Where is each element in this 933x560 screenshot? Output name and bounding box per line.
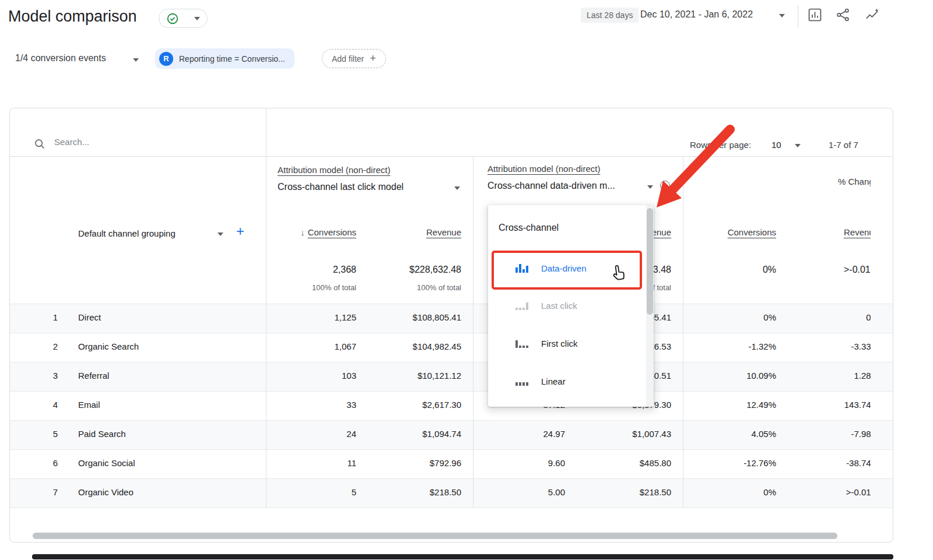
total-caption: 100% of total bbox=[345, 283, 461, 292]
dropdown-item-label: Data-driven bbox=[541, 263, 587, 273]
cell-revenue-a: $2,617.30 bbox=[345, 400, 461, 410]
ga-model-comparison-screen: Model comparison Last 28 days Dec 10, 20… bbox=[0, 0, 933, 560]
dropdown-item-linear[interactable]: Linear bbox=[488, 367, 639, 395]
page-title: Model comparison bbox=[8, 8, 137, 26]
info-icon[interactable]: i bbox=[660, 181, 670, 191]
filter-chip-avatar: R bbox=[159, 52, 173, 66]
total-caption: 100% of total bbox=[240, 283, 356, 292]
customize-report-button[interactable] bbox=[807, 7, 823, 23]
column-header-revenue-change[interactable]: Revenue bbox=[762, 227, 871, 237]
cell-revenue-a: $108,805.41 bbox=[345, 312, 461, 322]
dropdown-item-label: Last click bbox=[541, 301, 577, 311]
channel-name: Organic Social bbox=[78, 458, 135, 468]
date-range-picker[interactable]: Dec 10, 2021 - Jan 6, 2022 bbox=[640, 9, 753, 20]
horizontal-scrollbar[interactable] bbox=[33, 533, 837, 539]
first-click-bars-icon bbox=[515, 339, 528, 348]
search-icon bbox=[33, 138, 46, 150]
column-header-revenue-a[interactable]: Revenue bbox=[345, 227, 461, 237]
cell-revenue-a: $10,121.12 bbox=[345, 371, 461, 381]
cell-conversions-a: 1,067 bbox=[240, 341, 356, 351]
total-conversions-a: 2,368 bbox=[240, 265, 356, 275]
table-row: 7 Organic Video 5 $218.50 5.00 $218.50 0… bbox=[10, 478, 871, 508]
table-row: 6 Organic Social 11 $792.96 9.60 $485.80… bbox=[10, 449, 871, 478]
dimension-selector[interactable]: Default channel grouping bbox=[78, 228, 176, 238]
row-number: 5 bbox=[26, 429, 58, 439]
linear-bars-icon bbox=[515, 376, 528, 386]
column-header-conversions-a[interactable]: ↓Conversions bbox=[240, 227, 356, 237]
comparison-table-card: Rows per page: 10 1-7 of 7 Attribution m… bbox=[9, 108, 893, 543]
cell-conversions-a: 11 bbox=[240, 458, 356, 468]
cell-revenue-a: $792.96 bbox=[345, 458, 461, 468]
add-filter-label: Add filter bbox=[332, 54, 364, 64]
dropdown-item-last-click: Last click bbox=[488, 291, 639, 319]
plus-icon: + bbox=[370, 52, 376, 65]
rows-per-page-select[interactable]: 10 bbox=[771, 140, 781, 150]
row-number: 1 bbox=[26, 312, 58, 322]
cell-conversions-change: 4.05% bbox=[660, 429, 776, 439]
filter-chip-label: Reporting time = Conversio... bbox=[179, 54, 285, 64]
channel-name: Organic Search bbox=[78, 341, 139, 351]
active-filter-chip[interactable]: R Reporting time = Conversio... bbox=[155, 48, 294, 69]
cell-revenue-change: -7.98% bbox=[762, 429, 871, 439]
insights-button[interactable] bbox=[864, 7, 880, 23]
model2-group-label: Attribution model (non-direct) bbox=[487, 164, 600, 174]
model1-chevron-icon[interactable] bbox=[454, 186, 460, 190]
cell-revenue-change: -3.33% bbox=[762, 341, 871, 351]
share-button[interactable] bbox=[835, 7, 851, 23]
dropdown-section-label: Cross-channel bbox=[499, 223, 559, 233]
rows-per-page-chevron-icon[interactable] bbox=[795, 144, 801, 147]
conversion-events-chevron-icon[interactable] bbox=[133, 58, 139, 62]
row-number: 6 bbox=[26, 458, 58, 468]
model1-group-label: Attribution model (non-direct) bbox=[278, 165, 390, 175]
channel-name: Email bbox=[78, 400, 100, 410]
model1-selector[interactable]: Cross-channel last click model bbox=[278, 182, 404, 192]
conversion-events-selector[interactable]: 1/4 conversion events bbox=[15, 53, 106, 64]
header-divider bbox=[798, 5, 798, 27]
cell-conversions-a: 5 bbox=[240, 487, 356, 497]
cell-conversions-a: 24 bbox=[240, 429, 356, 439]
dropdown-item-first-click[interactable]: First click bbox=[488, 329, 639, 357]
channel-name: Referral bbox=[78, 371, 109, 381]
cell-revenue-a: $104,982.45 bbox=[345, 341, 461, 351]
report-status-selector[interactable] bbox=[159, 9, 208, 28]
dimension-chevron-icon[interactable] bbox=[218, 233, 223, 236]
cell-revenue-change: 1.28% bbox=[762, 371, 871, 381]
cell-conversions-change: -1.32% bbox=[660, 341, 776, 351]
attribution-model-dropdown: Cross-channel Data-driven Last click Fir… bbox=[488, 205, 654, 407]
cell-conversions-b: 5.00 bbox=[448, 487, 565, 497]
pagination-range: 1-7 of 7 bbox=[829, 140, 858, 150]
search-input[interactable] bbox=[53, 136, 225, 147]
dropdown-item-label: Linear bbox=[541, 376, 566, 386]
add-filter-button[interactable]: Add filter + bbox=[322, 49, 386, 68]
chevron-down-icon bbox=[194, 17, 200, 20]
table-row: 4 Email 33 $2,617.30 37.12 $6,379.30 12.… bbox=[10, 391, 871, 420]
dropdown-item-label: First click bbox=[541, 339, 578, 348]
model2-chevron-icon[interactable] bbox=[647, 185, 653, 189]
cell-conversions-change: 10.09% bbox=[660, 371, 776, 381]
row-number: 2 bbox=[26, 341, 58, 351]
date-chevron-down-icon[interactable] bbox=[779, 14, 785, 17]
cell-conversions-a: 33 bbox=[240, 400, 356, 410]
cell-conversions-a: 103 bbox=[240, 371, 356, 381]
column-header-conversions-change[interactable]: Conversions bbox=[660, 227, 776, 237]
page-scrollbar[interactable] bbox=[32, 554, 893, 559]
share-icon bbox=[835, 7, 851, 23]
cell-revenue-change: >-0.01% bbox=[762, 487, 871, 497]
table-row: 1 Direct 1,125 $108,805.41 1,125.00 $108… bbox=[10, 304, 871, 333]
last-click-bars-icon bbox=[515, 301, 528, 310]
row-number: 7 bbox=[26, 487, 58, 497]
cell-revenue-b: $1,007.43 bbox=[555, 429, 671, 439]
model2-selector[interactable]: Cross-channel data-driven m... bbox=[487, 181, 615, 191]
table-viewport: Rows per page: 10 1-7 of 7 Attribution m… bbox=[10, 108, 871, 512]
dropdown-item-data-driven[interactable]: Data-driven bbox=[488, 254, 639, 282]
table-row: 5 Paid Search 24 $1,094.74 24.97 $1,007.… bbox=[10, 420, 871, 449]
dropdown-scrollbar-thumb[interactable] bbox=[647, 208, 653, 315]
cell-revenue-change: -38.74% bbox=[762, 458, 871, 468]
cell-revenue-a: $1,094.74 bbox=[345, 429, 461, 439]
rows-per-page-label: Rows per page: bbox=[690, 140, 751, 150]
cell-revenue-change: 143.74% bbox=[762, 400, 871, 410]
date-preset-badge: Last 28 days bbox=[581, 8, 639, 23]
row-number: 3 bbox=[26, 371, 58, 381]
cell-conversions-change: -12.76% bbox=[660, 458, 776, 468]
cell-revenue-change: 0% bbox=[762, 312, 871, 322]
